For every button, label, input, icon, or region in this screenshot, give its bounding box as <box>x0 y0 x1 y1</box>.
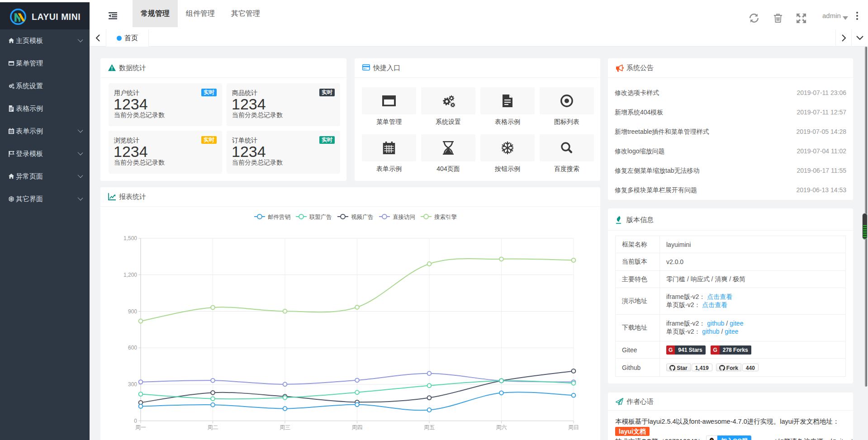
svg-text:周四: 周四 <box>352 424 363 431</box>
svg-text:周二: 周二 <box>208 424 218 431</box>
svg-text:视频广告: 视频广告 <box>351 214 374 220</box>
svg-text:周一: 周一 <box>135 424 146 431</box>
svg-text:1,200: 1,200 <box>123 272 137 278</box>
svg-text:邮件营销: 邮件营销 <box>268 214 291 220</box>
svg-text:搜索引擎: 搜索引擎 <box>434 214 457 220</box>
svg-text:周日: 周日 <box>568 424 579 431</box>
svg-text:300: 300 <box>128 381 137 388</box>
svg-text:联盟广告: 联盟广告 <box>309 214 332 220</box>
svg-text:直接访问: 直接访问 <box>393 214 415 220</box>
svg-text:600: 600 <box>128 345 137 351</box>
svg-text:周五: 周五 <box>424 424 435 431</box>
svg-text:0: 0 <box>134 418 137 424</box>
svg-text:900: 900 <box>128 308 137 315</box>
svg-text:周三: 周三 <box>280 424 290 431</box>
svg-text:周六: 周六 <box>496 424 507 431</box>
svg-text:1,500: 1,500 <box>123 235 137 241</box>
